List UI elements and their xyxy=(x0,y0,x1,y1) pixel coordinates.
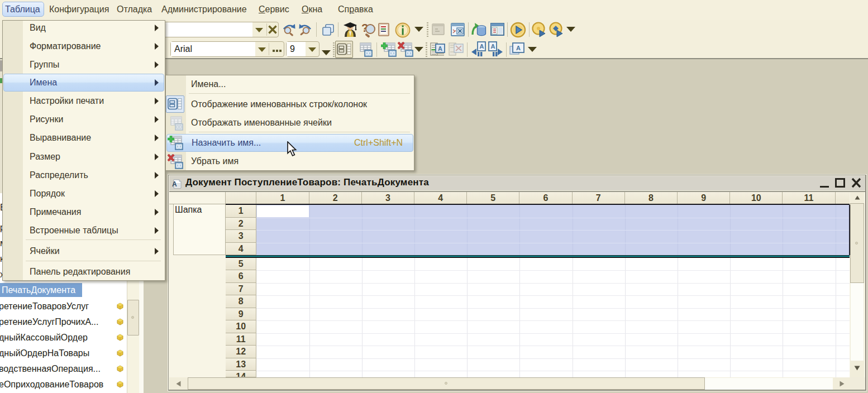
svg-text:A: A xyxy=(516,45,521,51)
svg-text:A: A xyxy=(480,43,484,50)
svg-text:A: A xyxy=(438,45,442,52)
svg-text:A: A xyxy=(491,43,495,50)
svg-text:A: A xyxy=(172,180,177,188)
